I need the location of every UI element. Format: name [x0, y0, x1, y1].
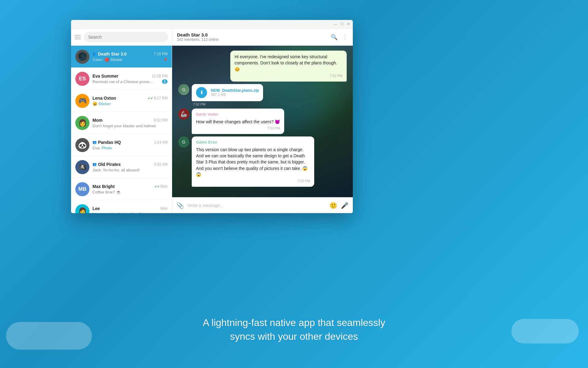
message-bubble-3: Darth Vader How will these changes affec… [192, 109, 284, 134]
file-name: NEW_DeathStar.plans.zip [211, 88, 259, 93]
tagline-line1: A lightning-fast native app that seamles… [0, 316, 588, 330]
group-icon-pandas: 👥 [92, 140, 97, 144]
group-icon-pirates: 👥 [92, 162, 97, 166]
chat-preview-mom: Don't forget your blaster and helmet [92, 124, 168, 128]
pinned-icon: 📌 [163, 58, 168, 62]
app-body: 🌑 👥 Death Star 3.0 7:15 PM Galen: [71, 29, 353, 213]
chat-panel: Death Star 3.0 242 members, 112 online 🔍… [172, 29, 353, 213]
message-input[interactable] [188, 203, 326, 208]
chat-item-pandas-hq[interactable]: 🐼 👥 Pandas HQ 1:14 AM Eva: [71, 134, 172, 156]
sidebar-header [71, 29, 172, 46]
sidebar: 🌑 👥 Death Star 3.0 7:15 PM Galen: [71, 29, 172, 213]
chat-time-lee: Mon [160, 206, 168, 211]
chat-time-eva-summer: 11:28 PM [152, 74, 168, 78]
chat-info-lena-oxton: Lena Oxton ✔✔9:17 PM 😄 Sticker [92, 96, 168, 106]
chat-name-pandas-hq: Pandas HQ [98, 140, 121, 145]
message-text-1: Hi everyone. I've redesigned some key st… [235, 54, 342, 72]
sticker-area [285, 189, 347, 197]
chat-item-lena-oxton[interactable]: 🎮 Lena Oxton ✔✔9:17 PM 😄 Sticker [71, 90, 172, 112]
chat-preview-lena-oxton: 😄 Sticker [92, 102, 168, 106]
chat-item-death-star[interactable]: 🌑 👥 Death Star 3.0 7:15 PM Galen: [71, 46, 172, 68]
chat-header-subtitle: 242 members, 112 online [177, 37, 331, 42]
chat-item-lee[interactable]: 👩 Lee Mon We can call it Galaxy Star 7 ;… [71, 200, 172, 213]
chat-item-mom[interactable]: 👩 Mom 8:02 PM Don't forget your blaster … [71, 112, 172, 134]
chat-item-old-pirates[interactable]: 🏴‍☠️ 👥 Old Pirates 0:02 AM Jack: Yo-ho-h… [71, 156, 172, 178]
message-row-5 [178, 189, 347, 197]
chat-preview-eva-summer: Reminds me of a Chinese prove... [92, 79, 162, 84]
message-bubble-1: Hi everyone. I've redesigned some key st… [230, 51, 347, 82]
chat-name-eva-summer: Eva Summer [92, 74, 119, 79]
avatar-lee: 👩 [75, 204, 89, 213]
chat-preview-death-star: Galen: 🔴 Sticker [92, 57, 163, 62]
tagline-line2: syncs with your other devices [0, 330, 588, 343]
badge-eva-summer: 2 [162, 79, 168, 84]
chat-info-pandas-hq: 👥 Pandas HQ 1:14 AM Eva: Photo [92, 140, 168, 150]
message-time-4: 7:53 PM [196, 179, 310, 184]
chat-name-mom: Mom [92, 118, 103, 123]
microphone-icon[interactable]: 🎤 [341, 202, 349, 209]
avatar-max-bright: MB [75, 182, 89, 196]
message-bubble-4: Galen Erso This version can blow up two … [192, 136, 314, 187]
chat-header-info: Death Star 3.0 242 members, 112 online [177, 32, 331, 42]
search-box[interactable] [84, 32, 168, 42]
message-sender-4: Galen Erso [196, 140, 310, 145]
avatar-old-pirates: 🏴‍☠️ [75, 160, 89, 174]
chat-preview-pandas-hq: Eva: Photo [92, 146, 168, 150]
avatar-death-star: 🌑 [75, 50, 89, 64]
chat-time-lena-oxton: ✔✔9:17 PM [148, 96, 168, 100]
messages-area: Hi everyone. I've redesigned some key st… [172, 46, 353, 197]
file-size: 387.1 KB [211, 93, 259, 97]
chat-list: 🌑 👥 Death Star 3.0 7:15 PM Galen: [71, 46, 172, 213]
avatar-pandas-hq: 🐼 [75, 138, 89, 152]
chat-time-pandas-hq: 1:14 AM [154, 140, 168, 144]
avatar-lena-oxton: 🎮 [75, 94, 89, 108]
menu-icon[interactable] [75, 35, 81, 39]
chat-name-lee: Lee [92, 206, 100, 211]
chat-info-old-pirates: 👥 Old Pirates 0:02 AM Jack: Yo-ho-ho, al… [92, 162, 168, 172]
minimize-button[interactable]: — [334, 22, 337, 26]
chat-info-eva-summer: Eva Summer 11:28 PM Reminds me of a Chin… [92, 74, 168, 84]
avatar-mom: 👩 [75, 116, 89, 130]
chat-info-max-bright: Max Bright ✔✔Mon Coffee time? ☕ [92, 184, 168, 194]
file-time: 7:52 PM [192, 102, 263, 106]
close-button[interactable]: ✕ [346, 22, 350, 26]
avatar-galen-erso: G [178, 136, 189, 148]
chat-name-max-bright: Max Bright [92, 184, 115, 189]
message-row-1: Hi everyone. I've redesigned some key st… [178, 51, 347, 82]
message-text-3: How will these changes affect the users?… [196, 119, 280, 125]
chat-info-death-star: 👥 Death Star 3.0 7:15 PM Galen: 🔴 Sticke… [92, 52, 168, 62]
dog-sticker [285, 189, 347, 197]
messages-content: Hi everyone. I've redesigned some key st… [178, 51, 347, 197]
file-info: NEW_DeathStar.plans.zip 387.1 KB [211, 88, 259, 97]
search-icon[interactable]: 🔍 [331, 34, 337, 40]
chat-header-icons: 🔍 ⋮ [331, 34, 348, 40]
chat-time-old-pirates: 0:02 AM [154, 162, 168, 167]
message-row-4: G Galen Erso This version can blow up tw… [178, 136, 347, 187]
avatar-eva-summer: ES [75, 72, 89, 86]
chat-item-max-bright[interactable]: MB Max Bright ✔✔Mon Coffee time? ☕ [71, 178, 172, 200]
group-icon: 👥 [92, 52, 97, 56]
chat-preview-old-pirates: Jack: Yo-ho-ho, all aboard! [92, 168, 168, 172]
attach-icon[interactable]: 📎 [176, 202, 184, 209]
maximize-button[interactable]: ☐ [340, 22, 344, 26]
message-input-bar: 📎 🙂 🎤 [172, 197, 353, 213]
more-icon[interactable]: ⋮ [342, 34, 348, 40]
chat-item-eva-summer[interactable]: ES Eva Summer 11:28 PM Reminds me of a C… [71, 68, 172, 90]
app-window: — ☐ ✕ 🌑 [71, 20, 353, 213]
chat-time-max-bright: ✔✔Mon [154, 184, 168, 189]
message-sender-3: Darth Vader [196, 112, 280, 117]
avatar-msg2: G [178, 84, 189, 95]
emoji-icon[interactable]: 🙂 [330, 202, 337, 209]
chat-name-lena-oxton: Lena Oxton [92, 96, 116, 101]
bottom-tagline: A lightning-fast native app that seamles… [0, 316, 588, 343]
download-button[interactable]: ⬇ [196, 87, 207, 98]
search-input[interactable] [88, 35, 164, 40]
message-row-2: G ⬇ NEW_DeathStar.plans.zip 387.1 KB 7:5… [178, 84, 347, 106]
message-time-3: 7:53 PM [196, 126, 280, 131]
chat-info-lee: Lee Mon We can call it Galaxy Star 7 ;) [92, 206, 168, 213]
title-bar: — ☐ ✕ [71, 20, 353, 29]
file-bubble: ⬇ NEW_DeathStar.plans.zip 387.1 KB [192, 84, 263, 101]
chat-preview-lee: We can call it Galaxy Star 7 ;) [92, 212, 168, 213]
chat-time-death-star: 7:15 PM [154, 52, 168, 56]
chat-header-title: Death Star 3.0 [177, 32, 331, 37]
